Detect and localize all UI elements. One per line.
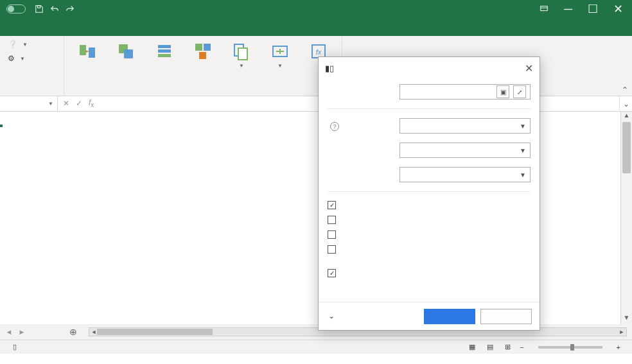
- checkbox-checked-icon: ✓: [328, 269, 336, 277]
- merge-button[interactable]: [424, 309, 475, 324]
- record-macro-icon[interactable]: ▯: [13, 343, 17, 351]
- chevron-down-icon: ▼: [239, 63, 244, 69]
- save-icon[interactable]: [35, 4, 44, 13]
- toggle-off-icon: [6, 4, 26, 13]
- checkbox-checked-icon: ✓: [328, 201, 336, 209]
- separator-select[interactable]: ▼: [399, 143, 531, 158]
- place-select[interactable]: ▼: [399, 167, 531, 182]
- copy-sheets-button[interactable]: ▼: [224, 39, 259, 71]
- svg-rect-5: [124, 49, 133, 58]
- svg-rect-7: [158, 49, 171, 53]
- merge-cells-dialog: ▮▯ ✕ ▣ ⤢ ? ▼ ▼ ▼ ✓: [318, 56, 540, 331]
- sign-in-link[interactable]: [519, 6, 529, 12]
- merge-duplicates-button[interactable]: [146, 39, 182, 65]
- wrap-text-checkbox[interactable]: [328, 245, 531, 254]
- name-box[interactable]: ▼: [0, 96, 58, 111]
- svg-rect-10: [204, 44, 211, 51]
- chevron-down-icon: ▼: [277, 63, 283, 69]
- svg-rect-1: [541, 6, 548, 11]
- add-sheet-button[interactable]: ⊕: [63, 324, 83, 340]
- group-label-suite: [0, 93, 64, 96]
- autosave-toggle[interactable]: [4, 4, 28, 13]
- svg-rect-9: [195, 44, 202, 51]
- select-range-icon[interactable]: ▣: [496, 85, 509, 98]
- enter-formula-icon[interactable]: ✓: [76, 99, 82, 108]
- scroll-down-icon[interactable]: ▼: [621, 314, 632, 324]
- how-label: ?: [328, 121, 399, 131]
- sheet-nav-next-icon[interactable]: ►: [19, 328, 26, 336]
- zoom-slider[interactable]: [538, 346, 602, 349]
- chevron-down-icon: ▼: [520, 123, 526, 130]
- title-bar: ─ ☐ ✕: [0, 0, 632, 18]
- checkbox-icon: [328, 230, 336, 239]
- vertical-scrollbar[interactable]: ▲ ▼: [620, 112, 632, 324]
- scroll-up-icon[interactable]: ▲: [621, 112, 632, 122]
- selection-marquee: [0, 125, 3, 127]
- redo-icon[interactable]: [66, 4, 75, 13]
- merge-two-tables-button[interactable]: [69, 39, 105, 65]
- svg-rect-3: [89, 48, 95, 58]
- dialog-close-icon[interactable]: ✕: [525, 62, 533, 74]
- checkbox-icon: [328, 216, 336, 224]
- svg-rect-13: [238, 48, 247, 60]
- svg-rect-2: [80, 45, 86, 55]
- chevron-down-icon: ▼: [20, 56, 25, 62]
- ribbon-display-icon[interactable]: [534, 2, 554, 16]
- chevron-down-icon: ▼: [48, 101, 53, 107]
- group-label-merge: [64, 93, 342, 96]
- collapse-ribbon-icon[interactable]: ⌃: [622, 85, 628, 94]
- sheet-nav-prev-icon[interactable]: ◄: [6, 328, 13, 336]
- help-icon: ❔: [8, 40, 17, 49]
- minimize-icon[interactable]: ─: [559, 1, 577, 17]
- scroll-thumb[interactable]: [97, 329, 213, 335]
- page-break-view-icon[interactable]: ⊞: [502, 342, 513, 352]
- help-button[interactable]: ❔ ▼: [5, 39, 30, 50]
- ribbon-tabs: [0, 18, 632, 36]
- backup-checkbox[interactable]: ✓: [328, 269, 531, 277]
- close-icon[interactable]: ✕: [608, 1, 628, 17]
- combine-sheets-button[interactable]: [108, 39, 144, 65]
- dialog-icon: ▮▯: [325, 64, 334, 73]
- expand-formula-bar-icon[interactable]: ⌄: [619, 96, 632, 111]
- chevron-down-icon: ▼: [22, 42, 28, 48]
- svg-rect-0: [37, 6, 40, 8]
- cancel-formula-icon[interactable]: ✕: [63, 99, 69, 108]
- normal-view-icon[interactable]: ▦: [466, 342, 478, 352]
- svg-rect-8: [158, 54, 171, 57]
- cancel-button[interactable]: [480, 309, 532, 324]
- svg-rect-6: [158, 45, 171, 48]
- range-input[interactable]: ▣ ⤢: [399, 84, 531, 100]
- chevron-down-icon: ▼: [520, 171, 526, 178]
- consolidate-sheets-button[interactable]: [185, 39, 221, 65]
- clear-contents-checkbox[interactable]: ✓: [328, 201, 531, 209]
- skip-empty-checkbox[interactable]: [328, 230, 531, 239]
- expand-range-icon[interactable]: ⤢: [513, 85, 526, 98]
- merge-areas-checkbox[interactable]: [328, 216, 531, 224]
- maximize-icon[interactable]: ☐: [583, 1, 603, 17]
- status-bar: ▯ ▦ ▤ ⊞ − +: [0, 340, 632, 354]
- page-layout-view-icon[interactable]: ▤: [484, 342, 496, 352]
- zoom-out-icon[interactable]: −: [520, 343, 523, 351]
- scroll-thumb[interactable]: [622, 122, 631, 173]
- zoom-in-icon[interactable]: +: [617, 343, 620, 351]
- help-icon[interactable]: ?: [330, 122, 339, 131]
- gear-icon: ⚙: [8, 54, 15, 63]
- merge-cells-button[interactable]: ▼: [262, 39, 298, 71]
- how-select[interactable]: ▼: [399, 118, 531, 134]
- options-button[interactable]: ⚙ ▼: [5, 53, 28, 64]
- chevron-down-icon: ⌄: [329, 313, 334, 320]
- svg-text:fx: fx: [316, 48, 322, 56]
- insert-function-icon[interactable]: fx: [89, 98, 94, 108]
- checkbox-icon: [328, 245, 336, 254]
- ablebits-brand[interactable]: ⌄: [326, 313, 334, 320]
- undo-icon[interactable]: [50, 4, 59, 13]
- svg-rect-11: [199, 52, 206, 59]
- chevron-down-icon: ▼: [520, 147, 526, 154]
- scroll-right-icon[interactable]: ►: [617, 329, 626, 335]
